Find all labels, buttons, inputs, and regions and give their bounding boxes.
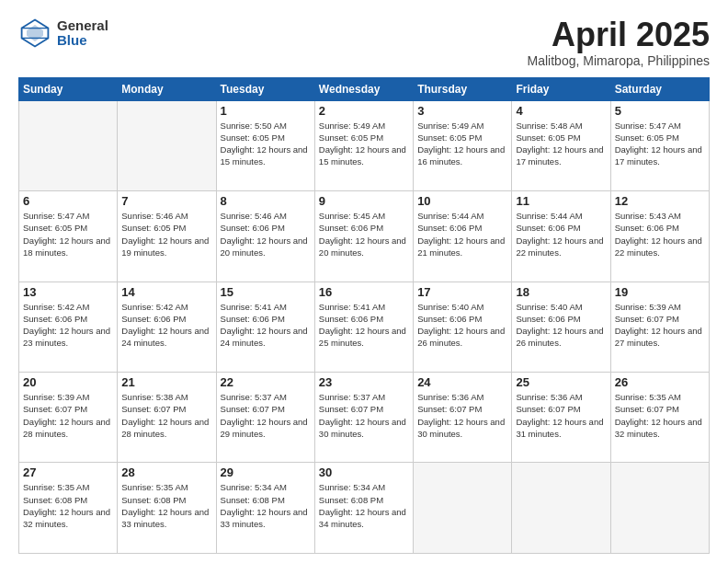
day-info: Sunrise: 5:47 AM Sunset: 6:05 PM Dayligh…	[615, 120, 705, 168]
calendar-cell: 12Sunrise: 5:43 AM Sunset: 6:06 PM Dayli…	[610, 191, 709, 282]
day-info: Sunrise: 5:44 AM Sunset: 6:06 PM Dayligh…	[516, 210, 606, 259]
day-info: Sunrise: 5:36 AM Sunset: 6:07 PM Dayligh…	[417, 391, 507, 440]
day-number: 28	[121, 465, 211, 479]
calendar-header-thursday: Thursday	[414, 77, 512, 100]
calendar-cell: 3Sunrise: 5:49 AM Sunset: 6:05 PM Daylig…	[414, 100, 512, 190]
calendar-header-row: SundayMondayTuesdayWednesdayThursdayFrid…	[19, 77, 710, 100]
day-number: 25	[516, 375, 606, 389]
day-number: 8	[221, 194, 311, 208]
logo-general-label: General	[57, 18, 108, 34]
day-info: Sunrise: 5:50 AM Sunset: 6:05 PM Dayligh…	[221, 120, 311, 168]
day-info: Sunrise: 5:42 AM Sunset: 6:06 PM Dayligh…	[121, 301, 211, 350]
day-number: 26	[615, 375, 705, 389]
calendar-header-tuesday: Tuesday	[216, 77, 314, 100]
title-section: April 2025 Malitbog, Mimaropa, Philippin…	[528, 17, 710, 68]
calendar-cell: 21Sunrise: 5:38 AM Sunset: 6:07 PM Dayli…	[118, 373, 216, 463]
day-info: Sunrise: 5:44 AM Sunset: 6:06 PM Dayligh…	[417, 210, 507, 259]
calendar-cell	[414, 463, 512, 554]
calendar-cell	[512, 463, 610, 554]
day-number: 1	[221, 104, 311, 118]
day-number: 11	[516, 194, 606, 208]
day-number: 10	[417, 194, 507, 208]
day-info: Sunrise: 5:35 AM Sunset: 6:07 PM Dayligh…	[615, 391, 705, 440]
calendar-week-row: 1Sunrise: 5:50 AM Sunset: 6:05 PM Daylig…	[19, 100, 710, 190]
calendar-cell: 29Sunrise: 5:34 AM Sunset: 6:08 PM Dayli…	[216, 463, 314, 554]
calendar-cell: 14Sunrise: 5:42 AM Sunset: 6:06 PM Dayli…	[118, 282, 216, 372]
calendar-cell: 16Sunrise: 5:41 AM Sunset: 6:06 PM Dayli…	[314, 282, 413, 372]
day-info: Sunrise: 5:46 AM Sunset: 6:06 PM Dayligh…	[221, 210, 311, 259]
day-number: 17	[417, 285, 507, 299]
day-info: Sunrise: 5:37 AM Sunset: 6:07 PM Dayligh…	[319, 391, 409, 440]
day-info: Sunrise: 5:41 AM Sunset: 6:06 PM Dayligh…	[319, 301, 409, 350]
day-number: 19	[615, 285, 705, 299]
day-number: 15	[221, 285, 311, 299]
calendar-cell: 18Sunrise: 5:40 AM Sunset: 6:06 PM Dayli…	[512, 282, 610, 372]
day-info: Sunrise: 5:41 AM Sunset: 6:06 PM Dayligh…	[221, 301, 311, 350]
day-info: Sunrise: 5:40 AM Sunset: 6:06 PM Dayligh…	[417, 301, 507, 350]
calendar-cell: 1Sunrise: 5:50 AM Sunset: 6:05 PM Daylig…	[216, 100, 314, 190]
calendar-cell: 4Sunrise: 5:48 AM Sunset: 6:05 PM Daylig…	[512, 100, 610, 190]
logo-blue-label: Blue	[57, 33, 108, 49]
day-number: 3	[417, 104, 507, 118]
day-info: Sunrise: 5:45 AM Sunset: 6:06 PM Dayligh…	[319, 210, 409, 259]
day-number: 30	[319, 465, 409, 479]
calendar-cell: 26Sunrise: 5:35 AM Sunset: 6:07 PM Dayli…	[610, 373, 709, 463]
day-number: 21	[121, 375, 211, 389]
day-info: Sunrise: 5:42 AM Sunset: 6:06 PM Dayligh…	[23, 301, 113, 350]
day-number: 22	[221, 375, 311, 389]
svg-marker-1	[27, 25, 43, 41]
day-info: Sunrise: 5:46 AM Sunset: 6:05 PM Dayligh…	[121, 210, 211, 259]
calendar-cell: 20Sunrise: 5:39 AM Sunset: 6:07 PM Dayli…	[19, 373, 118, 463]
day-info: Sunrise: 5:47 AM Sunset: 6:05 PM Dayligh…	[23, 210, 113, 259]
day-info: Sunrise: 5:43 AM Sunset: 6:06 PM Dayligh…	[615, 210, 705, 259]
logo-icon	[18, 17, 51, 50]
calendar-cell: 28Sunrise: 5:35 AM Sunset: 6:08 PM Dayli…	[118, 463, 216, 554]
logo: General Blue	[18, 17, 108, 50]
day-number: 7	[121, 194, 211, 208]
calendar-cell: 23Sunrise: 5:37 AM Sunset: 6:07 PM Dayli…	[314, 373, 413, 463]
month-title: April 2025	[528, 17, 710, 53]
day-number: 9	[319, 194, 409, 208]
calendar-cell: 8Sunrise: 5:46 AM Sunset: 6:06 PM Daylig…	[216, 191, 314, 282]
calendar-cell	[118, 100, 216, 190]
calendar-cell: 7Sunrise: 5:46 AM Sunset: 6:05 PM Daylig…	[118, 191, 216, 282]
calendar-header-wednesday: Wednesday	[314, 77, 413, 100]
day-info: Sunrise: 5:35 AM Sunset: 6:08 PM Dayligh…	[121, 481, 211, 530]
day-info: Sunrise: 5:35 AM Sunset: 6:08 PM Dayligh…	[23, 481, 113, 530]
day-info: Sunrise: 5:49 AM Sunset: 6:05 PM Dayligh…	[417, 120, 507, 168]
day-number: 13	[23, 285, 113, 299]
day-number: 23	[319, 375, 409, 389]
day-number: 2	[319, 104, 409, 118]
day-number: 24	[417, 375, 507, 389]
calendar-cell: 9Sunrise: 5:45 AM Sunset: 6:06 PM Daylig…	[314, 191, 413, 282]
calendar-header-sunday: Sunday	[19, 77, 118, 100]
calendar-cell: 5Sunrise: 5:47 AM Sunset: 6:05 PM Daylig…	[610, 100, 709, 190]
calendar-cell: 25Sunrise: 5:36 AM Sunset: 6:07 PM Dayli…	[512, 373, 610, 463]
day-number: 14	[121, 285, 211, 299]
calendar-cell: 15Sunrise: 5:41 AM Sunset: 6:06 PM Dayli…	[216, 282, 314, 372]
calendar-table: SundayMondayTuesdayWednesdayThursdayFrid…	[18, 77, 710, 554]
day-number: 6	[23, 194, 113, 208]
day-number: 12	[615, 194, 705, 208]
day-info: Sunrise: 5:49 AM Sunset: 6:05 PM Dayligh…	[319, 120, 409, 168]
day-info: Sunrise: 5:37 AM Sunset: 6:07 PM Dayligh…	[221, 391, 311, 440]
day-number: 20	[23, 375, 113, 389]
calendar-header-monday: Monday	[118, 77, 216, 100]
calendar-cell: 17Sunrise: 5:40 AM Sunset: 6:06 PM Dayli…	[414, 282, 512, 372]
calendar-cell: 10Sunrise: 5:44 AM Sunset: 6:06 PM Dayli…	[414, 191, 512, 282]
day-info: Sunrise: 5:39 AM Sunset: 6:07 PM Dayligh…	[615, 301, 705, 350]
calendar-cell: 13Sunrise: 5:42 AM Sunset: 6:06 PM Dayli…	[19, 282, 118, 372]
calendar-cell: 27Sunrise: 5:35 AM Sunset: 6:08 PM Dayli…	[19, 463, 118, 554]
calendar-cell	[19, 100, 118, 190]
calendar-cell	[610, 463, 709, 554]
calendar-header-friday: Friday	[512, 77, 610, 100]
calendar-cell: 11Sunrise: 5:44 AM Sunset: 6:06 PM Dayli…	[512, 191, 610, 282]
calendar-cell: 22Sunrise: 5:37 AM Sunset: 6:07 PM Dayli…	[216, 373, 314, 463]
calendar-cell: 2Sunrise: 5:49 AM Sunset: 6:05 PM Daylig…	[314, 100, 413, 190]
day-number: 16	[319, 285, 409, 299]
day-info: Sunrise: 5:36 AM Sunset: 6:07 PM Dayligh…	[516, 391, 606, 440]
logo-text: General Blue	[57, 18, 108, 49]
day-number: 27	[23, 465, 113, 479]
header: General Blue April 2025 Malitbog, Mimaro…	[18, 17, 710, 68]
calendar-week-row: 6Sunrise: 5:47 AM Sunset: 6:05 PM Daylig…	[19, 191, 710, 282]
